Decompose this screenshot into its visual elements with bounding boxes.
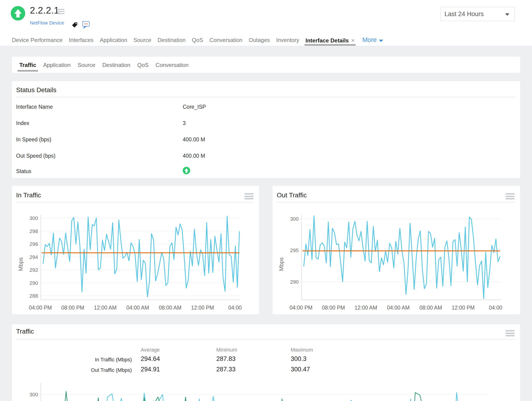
svg-text:292: 292 — [29, 267, 38, 273]
in-traffic-chart: 28829029229429629830004:00 PM08:00 PM12:… — [12, 209, 259, 314]
subtab-application[interactable]: Application — [43, 57, 70, 73]
row-value: 400.00 M — [183, 153, 205, 159]
tag-icon[interactable] — [71, 21, 78, 29]
row-label: Index — [16, 120, 29, 126]
select-caret-icon — [505, 13, 509, 16]
row-label: Status — [16, 168, 31, 175]
tab-qos[interactable]: QoS — [192, 35, 203, 46]
svg-text:04:00 AM: 04:00 AM — [126, 305, 149, 311]
subtab-bar: Traffic Application Source Destination Q… — [19, 57, 196, 73]
out-avg: 294.91 — [141, 366, 160, 373]
svg-text:12:00 PM: 12:00 PM — [452, 305, 475, 311]
out-traffic-menu-icon[interactable] — [506, 193, 514, 200]
device-status-up-icon — [11, 6, 25, 20]
device-type-link[interactable]: NetFlow Device — [30, 20, 64, 26]
svg-text:12:00 AM: 12:00 AM — [355, 305, 377, 311]
out-traffic-card: Out Traffic 29029530004:00 PM08:00 PM12:… — [272, 186, 520, 314]
tab-device-performance[interactable]: Device Performance — [12, 35, 63, 46]
tab-inventory[interactable]: Inventory — [276, 35, 299, 46]
in-traffic-menu-icon[interactable] — [245, 193, 253, 200]
row-value: Core_ISP — [183, 104, 206, 110]
tab-interfaces[interactable]: Interfaces — [69, 35, 93, 46]
subtab-qos[interactable]: QoS — [137, 57, 149, 73]
time-range-select[interactable]: Last 24 Hours — [441, 7, 515, 21]
in-traffic-title: In Traffic — [16, 192, 41, 199]
in-min: 287.83 — [216, 355, 236, 363]
divider — [16, 97, 515, 97]
svg-text:08:00 PM: 08:00 PM — [61, 305, 84, 311]
out-traffic-title: Out Traffic — [277, 192, 307, 199]
svg-text:08:00 AM: 08:00 AM — [419, 305, 442, 311]
notes-chat-icon[interactable] — [82, 21, 90, 29]
tab-interface-details-label: Interface Details — [305, 37, 348, 44]
main-tab-bar: Device Performance Interfaces Applicatio… — [12, 35, 383, 46]
svg-text:04:00: 04:00 — [228, 305, 242, 311]
traffic-title: Traffic — [16, 328, 34, 335]
divider — [16, 339, 515, 340]
row-label: Out Speed (bps) — [16, 153, 56, 159]
svg-text:294: 294 — [29, 254, 38, 260]
out-min: 287.33 — [216, 366, 236, 373]
time-range-value: Last 24 Hours — [444, 11, 484, 18]
svg-text:Mbps: Mbps — [278, 257, 285, 271]
svg-text:298: 298 — [29, 228, 38, 234]
row-label-out-traffic: Out Traffic (Mbps) — [62, 367, 132, 373]
tab-application[interactable]: Application — [100, 35, 127, 46]
row-label: In Speed (bps) — [16, 137, 51, 143]
in-max: 300.3 — [291, 355, 307, 363]
subtab-source[interactable]: Source — [77, 57, 95, 73]
tab-destination[interactable]: Destination — [158, 35, 185, 46]
col-maximum: Maximum — [291, 347, 313, 353]
row-label: Interface Name — [16, 104, 53, 110]
interface-status-up-icon — [183, 167, 190, 174]
out-max: 300.47 — [291, 366, 310, 373]
device-menu-icon[interactable] — [58, 9, 64, 14]
tab-interface-details[interactable]: Interface Details× — [305, 35, 355, 46]
svg-text:288: 288 — [29, 293, 38, 299]
row-label-in-traffic: In Traffic (Mbps) — [62, 357, 132, 363]
page-header: 2.2.2.1 NetFlow Device Last 24 Hours Dev… — [0, 0, 532, 46]
svg-text:300: 300 — [290, 216, 299, 222]
svg-text:08:00 PM: 08:00 PM — [322, 305, 345, 311]
svg-text:12:00 PM: 12:00 PM — [191, 305, 214, 311]
svg-text:12:00 AM: 12:00 AM — [94, 305, 116, 311]
traffic-menu-icon[interactable] — [506, 330, 514, 336]
tab-source[interactable]: Source — [133, 35, 151, 46]
svg-text:04:00 PM: 04:00 PM — [290, 305, 312, 311]
svg-text:04:00 PM: 04:00 PM — [29, 305, 52, 311]
svg-text:296: 296 — [29, 241, 38, 247]
svg-text:04:00 AM: 04:00 AM — [387, 305, 410, 311]
close-tab-icon[interactable]: × — [351, 37, 355, 44]
out-traffic-chart: 29029530004:00 PM08:00 PM12:00 AM04:00 A… — [272, 209, 520, 314]
svg-text:295: 295 — [290, 248, 299, 253]
status-details-card: Status Details Interface Name Core_ISP I… — [12, 81, 520, 178]
subtab-destination[interactable]: Destination — [102, 57, 130, 73]
device-title: 2.2.2.1 — [30, 5, 59, 16]
subtab-traffic[interactable]: Traffic — [19, 57, 36, 73]
status-details-title: Status Details — [16, 86, 57, 94]
col-average: Average — [141, 347, 160, 353]
svg-text:300: 300 — [29, 215, 38, 221]
row-value: 3 — [183, 120, 186, 126]
subtab-card: Traffic Application Source Destination Q… — [12, 57, 520, 73]
tab-more[interactable]: More — [362, 35, 383, 44]
more-label: More — [362, 36, 377, 44]
svg-text:04:00: 04:00 — [489, 305, 502, 311]
row-value: 400.00 M — [183, 137, 205, 143]
col-minimum: Minimum — [216, 347, 237, 353]
svg-text:Mbps: Mbps — [18, 257, 24, 271]
subtab-conversation[interactable]: Conversation — [156, 57, 189, 73]
tab-conversation[interactable]: Conversation — [209, 35, 242, 46]
svg-text:300: 300 — [29, 392, 38, 397]
svg-text:08:00 AM: 08:00 AM — [159, 305, 181, 311]
more-caret-icon — [379, 40, 383, 42]
divider — [277, 202, 515, 202]
in-traffic-card: In Traffic 28829029229429629830004:00 PM… — [12, 186, 259, 314]
tab-outages[interactable]: Outages — [249, 35, 270, 46]
traffic-card: Traffic Average Minimum Maximum In Traff… — [12, 324, 520, 401]
combined-traffic-chart: 300 — [12, 376, 520, 401]
svg-text:290: 290 — [290, 279, 299, 285]
in-avg: 294.64 — [141, 355, 160, 363]
svg-text:290: 290 — [29, 280, 38, 286]
divider — [16, 202, 254, 202]
